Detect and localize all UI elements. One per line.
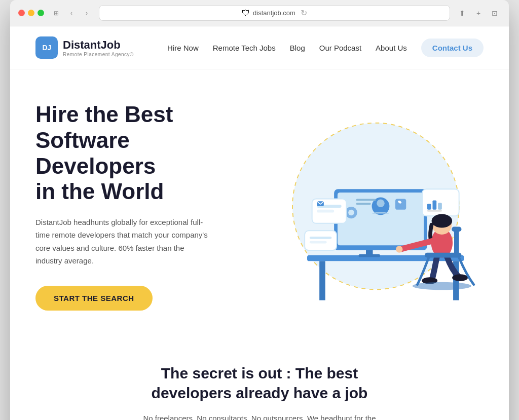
svg-rect-36 [452, 227, 461, 232]
nav-blog[interactable]: Blog [290, 44, 305, 52]
svg-rect-18 [317, 210, 334, 213]
hero-description: DistantJob headhunts globally for except… [35, 216, 208, 268]
nav-our-podcast[interactable]: Our Podcast [319, 44, 361, 52]
svg-rect-20 [422, 189, 459, 216]
svg-rect-14 [356, 199, 376, 201]
svg-point-30 [432, 214, 453, 227]
logo-text-group: DistantJob Remote Placement Agency® [63, 39, 134, 57]
forward-button[interactable]: › [81, 7, 93, 19]
svg-rect-6 [359, 254, 381, 257]
logo-area[interactable]: DJ DistantJob Remote Placement Agency® [35, 36, 134, 59]
logo-tagline: Remote Placement Agency® [63, 52, 134, 57]
svg-rect-3 [319, 261, 325, 300]
svg-rect-21 [427, 204, 431, 210]
close-button[interactable] [18, 10, 25, 16]
nav-remote-tech-jobs[interactable]: Remote Tech Jobs [213, 44, 276, 52]
maximize-button[interactable] [38, 10, 44, 16]
address-bar[interactable]: 🛡 distantjob.com ↻ [99, 5, 450, 21]
section-two-description: No freelancers, No consultants, No outso… [138, 412, 381, 420]
nav-contact-us[interactable]: Contact Us [421, 39, 484, 57]
svg-point-13 [348, 210, 354, 216]
share-button[interactable]: ⬆ [456, 7, 468, 19]
logo-icon: DJ [35, 36, 58, 59]
svg-rect-23 [438, 203, 442, 210]
svg-rect-27 [310, 241, 327, 244]
svg-point-33 [452, 274, 468, 281]
svg-rect-15 [356, 203, 371, 205]
hero-content: Hire the Best Software Developers in the… [35, 102, 248, 310]
svg-rect-35 [454, 228, 459, 255]
nav-hire-now[interactable]: Hire Now [167, 44, 199, 52]
back-button[interactable]: ‹ [65, 7, 78, 19]
tabs-button[interactable]: ⊡ [489, 7, 501, 19]
logo-name: DistantJob [63, 39, 134, 52]
svg-point-10 [377, 199, 384, 207]
site-header: DJ DistantJob Remote Placement Agency® H… [10, 26, 509, 69]
cta-search-button[interactable]: START THE SEARCH [35, 286, 153, 311]
sidebar-toggle-button[interactable]: ⊞ [50, 7, 62, 19]
url-text: distantjob.com [253, 9, 295, 17]
browser-toolbar: ⊞ ‹ › 🛡 distantjob.com ↻ ⬆ + ⊡ [10, 0, 509, 26]
svg-rect-11 [395, 199, 406, 210]
browser-window: ⊞ ‹ › 🛡 distantjob.com ↻ ⬆ + ⊡ DJ Distan… [10, 0, 509, 420]
svg-point-31 [396, 246, 403, 253]
svg-rect-24 [427, 210, 442, 212]
section-two: The secret is out : The best developers … [10, 333, 509, 420]
hero-title: Hire the Best Software Developers in the… [35, 102, 248, 204]
browser-controls: ⊞ ‹ › [50, 7, 93, 19]
svg-point-37 [413, 282, 471, 290]
new-tab-button[interactable]: + [472, 7, 485, 19]
reload-icon: ↻ [301, 8, 307, 18]
hero-illustration [248, 100, 484, 313]
traffic-lights [18, 10, 44, 16]
section-two-title: The secret is out : The best developers … [35, 363, 484, 403]
minimize-button[interactable] [28, 10, 34, 16]
svg-rect-22 [432, 200, 436, 209]
hero-section: Hire the Best Software Developers in the… [10, 69, 509, 333]
browser-actions: ⬆ + ⊡ [456, 7, 501, 19]
website-content: DJ DistantJob Remote Placement Agency® H… [10, 26, 509, 420]
nav-about-us[interactable]: About Us [376, 44, 407, 52]
svg-rect-25 [305, 231, 337, 250]
svg-rect-26 [310, 237, 332, 239]
security-icon: 🛡 [242, 9, 250, 18]
site-nav: Hire Now Remote Tech Jobs Blog Our Podca… [167, 39, 484, 57]
